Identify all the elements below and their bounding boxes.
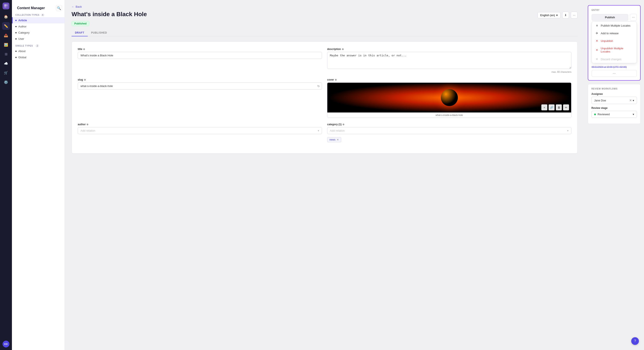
download-button[interactable]: ⬇	[562, 12, 569, 18]
review-stage-chevron-icon: ▾	[633, 113, 634, 116]
cover-edit-button[interactable]: ✏	[563, 104, 569, 110]
nav-cloud-icon[interactable]: ☁️	[2, 59, 10, 67]
entry-actions-row: Publish ···	[592, 14, 637, 21]
nav-blocks-icon[interactable]: ⊞	[2, 50, 10, 58]
single-types-badge: 2	[35, 44, 39, 47]
review-workflows-card: REVIEW WORKFLOWS Assignee Jane Doe ✕ ▾ R…	[588, 84, 640, 124]
assignee-clear-icon[interactable]: ✕	[629, 99, 632, 102]
nav-media-icon[interactable]: 🖼️	[2, 41, 10, 48]
back-label: Back	[76, 5, 82, 8]
locale-selector[interactable]: English (en) ▾	[538, 12, 560, 18]
cover-delete-button[interactable]: 🗑	[556, 104, 562, 110]
sidebar-item-about[interactable]: About	[12, 48, 64, 54]
entry-card: ENTRY Publish ··· ≡ Publish Multiple Loc…	[588, 5, 640, 81]
nav-store-icon[interactable]: 🛒	[2, 69, 10, 77]
collection-types-badge: 4	[41, 14, 44, 16]
cover-link-button[interactable]: 🔗	[548, 104, 554, 110]
single-types-header: SINGLE TYPES	[15, 45, 33, 47]
avatar[interactable]: KD	[2, 341, 9, 348]
active-dot	[15, 20, 16, 21]
slug-input-wrap: ↻	[78, 82, 322, 90]
unpublish-icon: ✕	[595, 39, 599, 42]
back-arrow-icon: ←	[72, 5, 74, 8]
dropdown-item-add-to-release[interactable]: ✈ Add to release	[592, 29, 636, 37]
cover-add-button[interactable]: +	[541, 104, 547, 110]
sidebar-item-label: About	[18, 49, 26, 53]
dot-icon	[15, 57, 16, 58]
sidebar-item-global[interactable]: Global	[12, 54, 64, 60]
sidebar-item-user[interactable]: User	[12, 36, 64, 42]
nav-home-icon[interactable]: 🏠	[2, 13, 10, 20]
cover-actions: + 🔗 🗑 ✏	[541, 104, 569, 110]
review-stage-select[interactable]: Reviewed ▾	[592, 111, 637, 118]
sidebar-item-article[interactable]: Article	[12, 17, 64, 23]
cover-container: + 🔗 🗑 ✏ what-s-inside-a-black-hole	[327, 82, 572, 118]
dropdown-item-unpublish-multiple[interactable]: ✕ Unpublish Multiple Locales	[592, 45, 636, 55]
assignee-chevron-icon: ▾	[633, 99, 634, 102]
category-relation-input[interactable]: Add relation ▾	[327, 127, 572, 134]
app-logo	[2, 2, 9, 9]
dropdown-item-publish-multiple[interactable]: ≡ Publish Multiple Locales	[592, 22, 636, 29]
author-relation-input[interactable]: Add relation ▾	[78, 127, 322, 134]
back-button[interactable]: ← Back	[72, 5, 578, 8]
svg-rect-2	[4, 6, 6, 7]
publish-multiple-icon: ≡	[595, 24, 599, 27]
tab-draft[interactable]: DRAFT	[72, 29, 88, 36]
nav-settings-icon[interactable]: ⚙️	[2, 78, 10, 86]
dropdown-item-discard-changes: ✕ Discard changes	[592, 55, 636, 63]
dropdown-item-unpublish[interactable]: ✕ Unpublish	[592, 37, 636, 45]
dot-icon	[15, 38, 16, 39]
svg-rect-3	[6, 6, 8, 7]
review-stage-value: Reviewed	[598, 113, 610, 116]
page-title: What's inside a Black Hole	[72, 11, 147, 18]
collection-types-header: COLLECTION TYPES	[15, 14, 40, 16]
content-area: ← Back What's inside a Black Hole Englis…	[65, 0, 644, 350]
dropdown-item-label: Publish Multiple Locales	[601, 24, 630, 27]
slug-info-icon: ⊕	[84, 78, 86, 81]
description-field-group: description ⊕ Maybe the answer is in thi…	[327, 48, 572, 73]
category-tag: news ✕	[327, 137, 341, 142]
cover-field-group: cover ⊕ + 🔗 🗑 ✏	[327, 78, 572, 118]
author-placeholder: Add relation	[80, 129, 95, 132]
category-placeholder: Add relation	[330, 129, 344, 132]
refresh-icon[interactable]: ↻	[317, 84, 320, 88]
sidebar: Content Manager 🔍 COLLECTION TYPES 4 Art…	[12, 0, 65, 350]
download-icon: ⬇	[564, 13, 567, 17]
title-actions: English (en) ▾ ⬇ ···	[538, 12, 578, 18]
help-button[interactable]: ?	[631, 337, 639, 345]
tab-published[interactable]: PUBLISHED	[88, 29, 110, 36]
nav-send-icon[interactable]: 📤	[2, 31, 10, 39]
review-stage-dot	[594, 114, 596, 115]
char-limit: max. 80 characters	[327, 71, 572, 73]
locale-label: English (en)	[540, 14, 555, 17]
title-field-group: title ⊕	[78, 48, 322, 73]
more-options-button[interactable]: ···	[571, 12, 578, 18]
assignee-name: Jane Doe	[594, 99, 628, 102]
title-input[interactable]	[78, 52, 322, 59]
sidebar-item-label: Author	[18, 25, 26, 28]
dropdown-item-label: Unpublish Multiple Locales	[601, 47, 633, 53]
entry-more-button[interactable]: ···	[630, 14, 637, 21]
category-field-group: category (1) ⊕ Add relation ▾ news ✕	[327, 123, 572, 142]
dropdown-item-label: Discard changes	[601, 58, 622, 61]
publish-button[interactable]: Publish	[592, 14, 628, 21]
entry-extra-more-button[interactable]: ···	[592, 70, 637, 77]
author-info-icon: ⊕	[86, 123, 88, 126]
sidebar-item-label: Category	[18, 31, 30, 34]
form-row-slug-cover: slug ⊕ ↻ cover ⊕	[78, 78, 572, 118]
author-chevron-icon: ▾	[318, 129, 319, 132]
sidebar-item-author[interactable]: Author	[12, 23, 64, 29]
sidebar-search-icon[interactable]: 🔍	[56, 5, 62, 11]
assignee-select[interactable]: Jane Doe ✕ ▾	[592, 97, 637, 104]
right-panel: ENTRY Publish ··· ≡ Publish Multiple Loc…	[584, 0, 644, 350]
tag-remove-button[interactable]: ✕	[337, 138, 339, 141]
unpublish-multiple-icon: ✕	[595, 48, 599, 52]
dot-icon	[15, 32, 16, 33]
svg-rect-0	[4, 4, 6, 6]
slug-label: slug ⊕	[78, 78, 322, 81]
slug-input[interactable]	[78, 82, 322, 90]
sidebar-item-category[interactable]: Category	[12, 29, 64, 36]
nav-content-icon[interactable]: ✏️	[2, 22, 10, 30]
description-input[interactable]: Maybe the answer is in this article, or …	[327, 52, 572, 69]
cover-filename: what-s-inside-a-black-hole	[327, 113, 571, 118]
